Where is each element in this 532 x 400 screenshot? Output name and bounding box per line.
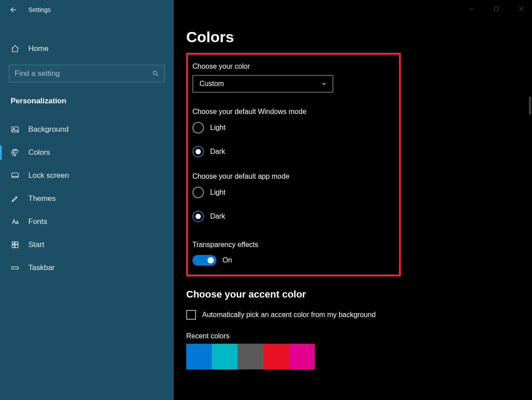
start-icon [11, 240, 20, 249]
color-mode-dropdown[interactable]: Custom [192, 75, 333, 93]
content-pane: Colors Choose your color Custom Choose y… [174, 0, 532, 400]
windows-mode-dark-radio[interactable]: Dark [192, 146, 391, 157]
home-icon [11, 44, 20, 53]
brush-icon [11, 194, 20, 203]
svg-point-4 [14, 150, 15, 151]
search-icon [152, 70, 159, 77]
radio-unchecked-icon [192, 187, 204, 198]
scrollbar-thumb[interactable] [529, 97, 531, 114]
chevron-down-icon [321, 81, 327, 87]
transparency-state: On [223, 256, 232, 264]
search-wrap [0, 59, 174, 86]
sidebar-item-label: Themes [28, 194, 55, 203]
app-mode-light-radio[interactable]: Light [192, 187, 391, 198]
palette-icon [11, 148, 20, 157]
svg-rect-9 [12, 245, 14, 248]
radio-label: Dark [210, 212, 225, 220]
app-title: Settings [28, 6, 51, 13]
recent-colors-row [186, 344, 532, 369]
svg-rect-8 [15, 242, 18, 244]
color-swatch[interactable] [263, 344, 289, 369]
sidebar-item-label: Fonts [28, 217, 47, 226]
sidebar-item-label: Colors [28, 148, 50, 157]
color-swatch[interactable] [186, 344, 212, 369]
color-mode-value: Custom [200, 80, 224, 88]
sidebar-nav: Background Colors Lock screen Themes [0, 118, 174, 279]
sidebar-item-taskbar[interactable]: Taskbar [0, 256, 174, 279]
choose-color-label: Choose your color [192, 63, 391, 71]
sidebar-item-background[interactable]: Background [0, 118, 174, 141]
radio-label: Dark [210, 148, 225, 156]
svg-rect-12 [495, 7, 499, 11]
svg-point-5 [16, 150, 16, 151]
svg-point-0 [153, 71, 157, 75]
sidebar-section-title: Personalization [0, 86, 174, 110]
app-mode-label: Choose your default app mode [192, 173, 391, 180]
accent-color-title: Choose your accent color [186, 289, 532, 300]
settings-sidebar: Settings Home Personalization Backgro [0, 0, 174, 400]
transparency-label: Transparency effects [192, 241, 391, 249]
annotation-highlight: Choose your color Custom Choose your def… [186, 53, 401, 276]
svg-rect-7 [12, 242, 14, 244]
sidebar-item-start[interactable]: Start [0, 233, 174, 256]
sidebar-item-themes[interactable]: Themes [0, 187, 174, 210]
radio-unchecked-icon [192, 122, 204, 133]
titlebar: Settings [0, 4, 174, 20]
sidebar-item-label: Lock screen [28, 171, 69, 180]
font-icon [11, 217, 20, 226]
auto-accent-label: Automatically pick an accent color from … [202, 311, 376, 319]
taskbar-icon [11, 263, 20, 272]
sidebar-item-lock-screen[interactable]: Lock screen [0, 164, 174, 187]
picture-icon [11, 125, 20, 134]
svg-rect-11 [12, 267, 19, 269]
sidebar-home[interactable]: Home [0, 38, 174, 59]
recent-colors-label: Recent colors [186, 332, 532, 340]
svg-point-3 [13, 152, 14, 153]
auto-accent-checkbox-row[interactable]: Automatically pick an accent color from … [186, 310, 532, 320]
svg-rect-10 [15, 245, 18, 248]
back-arrow-icon[interactable] [9, 5, 18, 14]
minimize-button[interactable] [464, 3, 480, 15]
close-button[interactable] [513, 3, 529, 15]
windows-mode-label: Choose your default Windows mode [192, 108, 391, 116]
svg-rect-6 [12, 173, 19, 177]
transparency-toggle[interactable] [192, 255, 216, 266]
maximize-button[interactable] [489, 3, 505, 15]
radio-label: Light [210, 188, 226, 196]
sidebar-home-label: Home [28, 44, 48, 53]
radio-checked-icon [192, 146, 204, 157]
checkbox-unchecked-icon [186, 310, 196, 320]
color-swatch[interactable] [212, 344, 238, 369]
color-swatch[interactable] [289, 344, 315, 369]
radio-checked-icon [192, 211, 204, 222]
window-controls [464, 3, 529, 15]
windows-mode-light-radio[interactable]: Light [192, 122, 391, 133]
sidebar-item-label: Background [28, 125, 69, 134]
sidebar-item-label: Taskbar [28, 263, 55, 272]
sidebar-item-colors[interactable]: Colors [0, 141, 174, 164]
search-input[interactable] [15, 69, 149, 78]
sidebar-item-label: Start [28, 240, 44, 249]
search-box[interactable] [9, 65, 165, 82]
radio-label: Light [210, 124, 226, 132]
color-swatch[interactable] [238, 344, 263, 369]
sidebar-item-fonts[interactable]: Fonts [0, 210, 174, 233]
monitor-icon [11, 171, 20, 180]
app-mode-dark-radio[interactable]: Dark [192, 211, 391, 222]
